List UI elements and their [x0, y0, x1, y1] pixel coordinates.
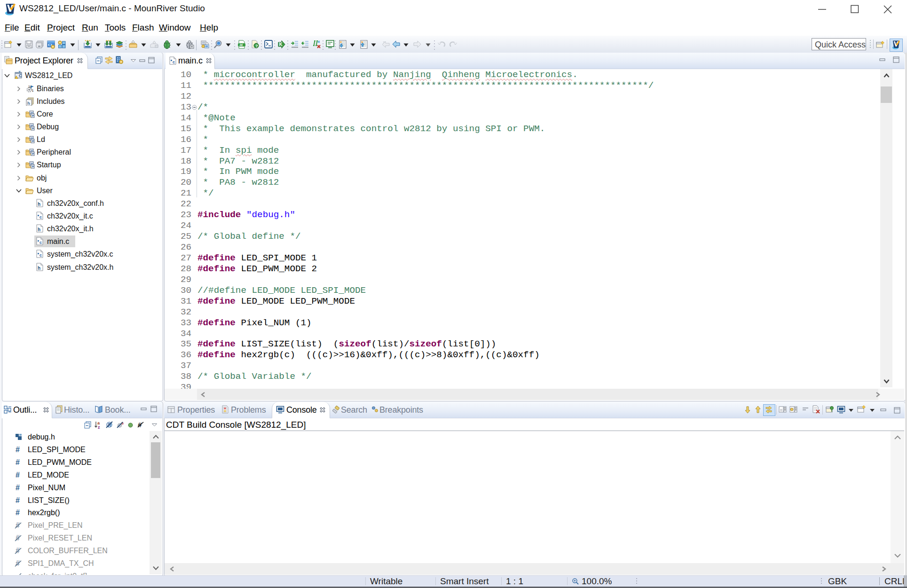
svg-text:h: h — [27, 100, 30, 105]
svg-text:?: ? — [255, 44, 258, 48]
svg-text:c: c — [39, 215, 42, 220]
svg-text:#: # — [138, 421, 142, 429]
svg-text:z: z — [98, 425, 100, 429]
svg-text:c: c — [173, 60, 175, 64]
svg-text:C: C — [19, 73, 22, 78]
svg-text:h: h — [38, 265, 40, 270]
svg-text:1: 1 — [32, 89, 34, 92]
svg-text:c: c — [39, 240, 42, 245]
svg-text:h: h — [38, 201, 40, 206]
svg-text:.ld: .ld — [239, 43, 243, 47]
svg-text:c: c — [39, 253, 42, 258]
svg-text:h: h — [38, 227, 40, 232]
svg-text:K: K — [279, 42, 283, 47]
